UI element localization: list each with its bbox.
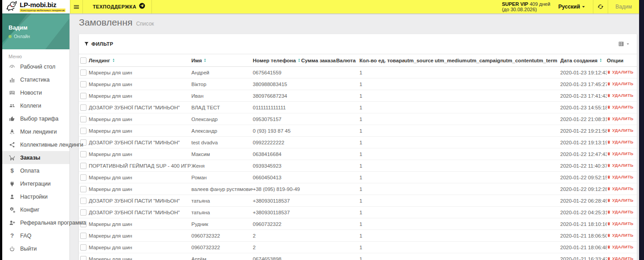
cell-landing: Маркеры для шин [89,172,191,183]
sidebar-item-referral[interactable]: Реферальная программа [2,216,69,229]
row-checkbox[interactable] [80,209,86,216]
cell-utm-campaign [467,113,503,125]
cell-landing: Маркеры для шин [89,125,191,137]
dashboard-icon [9,63,16,70]
cell-created: 2020-01-22 09:12:28 [560,183,607,195]
delete-button[interactable]: УДАЛИТЬ [607,186,633,191]
row-checkbox[interactable] [80,233,86,239]
sidebar-item-news[interactable]: Новости [2,86,69,99]
col-header-landing[interactable]: Лендинг [89,54,191,67]
plan-until: (до 30.08.2026) [502,7,550,12]
cell-utm-content [503,67,534,78]
delete-button[interactable]: УДАЛИТЬ [607,93,633,98]
orders-table-body: Маркеры для шинАндрей067564155912020-01-… [79,67,637,260]
sidebar-item-my-landings[interactable]: Мои лендинги [2,125,69,138]
sidebar-item-logout[interactable]: Выйти [2,242,69,255]
sidebar-item-collective-landings[interactable]: Коллективные лендинги [2,138,69,151]
row-checkbox[interactable] [80,186,86,192]
filter-button[interactable]: ФИЛЬТР [84,41,113,47]
hamburger-menu-icon[interactable] [70,4,82,10]
columns-selector-button[interactable] [618,41,631,47]
cell-currency [336,172,359,183]
delete-button[interactable]: УДАЛИТЬ [607,233,633,238]
row-checkbox[interactable] [80,104,86,111]
delete-button[interactable]: УДАЛИТЬ [607,104,633,109]
cart-icon [9,154,16,161]
row-checkbox[interactable] [80,93,86,99]
cell-utm-campaign [467,102,503,113]
cell-qty: 1 [359,183,404,195]
cell-utm-term [534,67,560,78]
row-checkbox[interactable] [80,81,86,87]
delete-button[interactable]: УДАЛИТЬ [607,81,633,86]
cell-utm-campaign [467,207,503,218]
cell-options: УДАЛИТЬ [607,242,637,253]
topbar-username[interactable]: Вадим [608,4,639,10]
sidebar-item-colleagues[interactable]: Коллеги [2,99,69,112]
sidebar-item-statistics[interactable]: Статистика [2,73,69,86]
delete-button[interactable]: УДАЛИТЬ [607,256,633,260]
app-logo[interactable]: LP-mobi.biz Конструктор мобильных лендин… [2,0,70,13]
sidebar-item-integrations[interactable]: Интеграции [2,177,69,190]
page-subtitle: Список [136,21,154,27]
delete-button[interactable]: УДАЛИТЬ [607,139,633,144]
row-checkbox[interactable] [80,116,86,122]
delete-button[interactable]: УДАЛИТЬ [607,116,633,121]
cell-landing: Маркеры для шин [89,148,191,160]
trash-icon [607,128,611,133]
cell-sum [301,160,336,172]
cell-created: 2020-01-22 19:13:19 [560,137,607,148]
sidebar-item-config[interactable]: Конфиг [2,203,69,216]
delete-button[interactable]: УДАЛИТЬ [607,209,633,214]
delete-button[interactable]: УДАЛИТЬ [607,151,633,156]
cell-landing: Маркеры для шин [89,90,191,102]
cell-utm-term [534,242,560,253]
delete-button[interactable]: УДАЛИТЬ [607,244,633,249]
cell-utm-medium [435,160,467,172]
row-checkbox[interactable] [80,128,86,134]
sidebar-item-orders[interactable]: Заказы [2,151,69,164]
row-checkbox[interactable] [80,244,86,251]
row-checkbox[interactable] [80,151,86,157]
select-all-checkbox[interactable] [80,57,86,64]
delete-button[interactable]: УДАЛИТЬ [607,69,633,74]
col-header-created[interactable]: Дата создания [560,54,607,67]
cell-landing: Маркеры для шин [89,78,191,90]
delete-button[interactable]: УДАЛИТЬ [607,174,633,179]
delete-button[interactable]: УДАЛИТЬ [607,198,633,203]
col-header-name[interactable]: Имя [191,54,253,67]
cell-options: УДАЛИТЬ [607,125,637,137]
refresh-button[interactable] [593,0,608,13]
delete-button[interactable]: УДАЛИТЬ [607,163,633,168]
sidebar-item-dashboard[interactable]: Рабочий стол [2,60,69,73]
delete-button[interactable]: УДАЛИТЬ [607,128,633,133]
cell-sum [301,207,336,218]
sidebar-item-tariff[interactable]: Выбор тарифа [2,112,69,125]
cell-utm-content [503,113,534,125]
cell-utm-content [503,253,534,260]
table-row: ДОЗАТОР ЗУБНОЇ ПАСТИ "МИНЬОН"ВЛАД ТЕСТ01… [79,102,637,113]
row-checkbox[interactable] [80,69,86,76]
row-checkbox[interactable] [80,256,86,260]
table-header-row: Лендинг Имя Номер телефона Сумма заказа … [79,54,637,67]
delete-button[interactable]: УДАЛИТЬ [607,221,633,226]
cell-qty: 1 [359,253,404,260]
sidebar-menu: Рабочий стол Статистика Новости Коллеги … [2,60,69,255]
cell-name: татьяна [191,207,253,218]
sidebar-item-faq[interactable]: ? FAQ [2,229,69,242]
cell-landing: ДОЗАТОР ЗУБНОЇ ПАСТИ "МИНЬОН" [89,137,191,148]
col-header-utm-content: utm_content [503,54,534,67]
cell-qty: 1 [359,172,404,183]
row-checkbox[interactable] [80,198,86,204]
sidebar-item-payment[interactable]: $ Оплата [2,164,69,177]
cell-currency [336,113,359,125]
row-checkbox[interactable] [80,163,86,169]
cell-utm-source [404,253,435,260]
row-checkbox[interactable] [80,174,86,181]
table-row: Маркеры для шин0960732322212020-01-21 18… [79,242,637,253]
language-selected: Русский [558,4,580,10]
language-dropdown[interactable]: Русский [558,4,593,10]
support-button[interactable]: ТЕХПОДДЕРЖКА [83,3,151,11]
col-header-phone[interactable]: Номер телефона [253,54,301,67]
sidebar-item-settings[interactable]: Настройки [2,190,69,203]
